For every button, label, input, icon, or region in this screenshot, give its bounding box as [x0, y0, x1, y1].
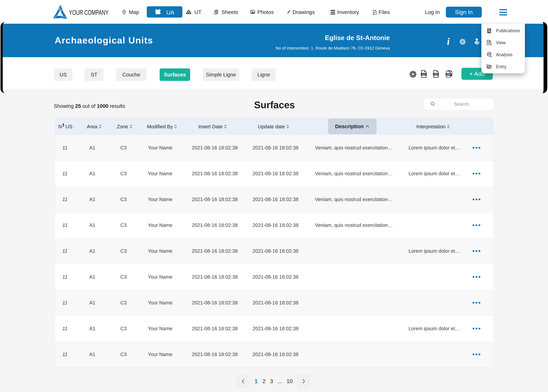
svg-text:CSV: CSV — [434, 73, 438, 76]
svg-text:1: 1 — [329, 10, 330, 12]
svg-text:3: 3 — [329, 13, 330, 15]
svg-text:COPY: COPY — [446, 73, 451, 76]
svg-text:NEWS: NEWS — [488, 29, 490, 29]
svg-text:XLS: XLS — [422, 73, 426, 76]
svg-text:2: 2 — [329, 12, 330, 14]
